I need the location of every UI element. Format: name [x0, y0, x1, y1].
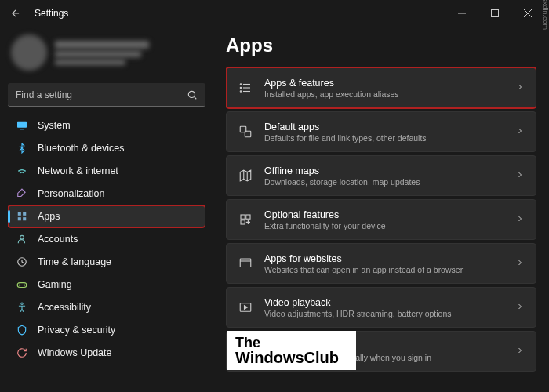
- search-box[interactable]: [8, 83, 205, 107]
- sidebar-item-label: Network & internet: [38, 165, 118, 176]
- svg-point-20: [240, 84, 242, 85]
- update-icon: [16, 347, 28, 359]
- watermark-overlay: The WindowsClub: [227, 331, 356, 370]
- settings-cards: Apps & features Installed apps, app exec…: [226, 67, 536, 372]
- card-subtitle: Video adjustments, HDR streaming, batter…: [264, 309, 504, 318]
- card-apps-for-websites[interactable]: Apps for websites Websites that can open…: [226, 243, 536, 284]
- card-text: Offline maps Downloads, storage location…: [264, 165, 504, 187]
- back-button[interactable]: [5, 2, 27, 24]
- titlebar: Settings: [0, 0, 549, 27]
- close-button[interactable]: [511, 2, 544, 24]
- window-controls: [445, 2, 544, 24]
- personalization-icon: [16, 187, 28, 200]
- card-apps-features[interactable]: Apps & features Installed apps, app exec…: [226, 67, 536, 108]
- sidebar-item-label: Time & language: [38, 256, 111, 267]
- sidebar-item-apps[interactable]: Apps: [8, 205, 205, 227]
- websites-icon: [238, 256, 253, 271]
- svg-rect-30: [241, 220, 245, 224]
- sidebar: System Bluetooth & devices Network & int…: [0, 27, 213, 392]
- user-profile[interactable]: [8, 31, 205, 78]
- svg-rect-10: [18, 217, 21, 220]
- svg-rect-6: [17, 122, 27, 128]
- card-subtitle: Defaults for file and link types, other …: [264, 133, 504, 143]
- chevron-right-icon: [515, 344, 525, 358]
- card-optional-features[interactable]: Optional features Extra functionality fo…: [226, 199, 536, 240]
- chevron-right-icon: [515, 169, 525, 183]
- sidebar-item-gaming[interactable]: Gaming: [8, 274, 205, 296]
- svg-point-12: [20, 235, 24, 239]
- watermark-line2: WindowsClub: [235, 350, 339, 365]
- sidebar-item-system[interactable]: System: [8, 114, 205, 136]
- sidebar-item-bluetooth[interactable]: Bluetooth & devices: [8, 137, 205, 159]
- svg-rect-9: [23, 212, 26, 216]
- sidebar-item-privacy[interactable]: Privacy & security: [8, 319, 205, 341]
- card-text: Default apps Defaults for file and link …: [264, 122, 504, 143]
- svg-rect-28: [241, 215, 245, 219]
- chevron-right-icon: [515, 212, 525, 227]
- sidebar-item-label: Personalization: [38, 188, 104, 199]
- nav-list: System Bluetooth & devices Network & int…: [8, 114, 205, 364]
- sidebar-item-network[interactable]: Network & internet: [8, 160, 205, 182]
- card-subtitle: Downloads, storage location, map updates: [264, 177, 504, 187]
- sidebar-item-label: Windows Update: [38, 347, 112, 358]
- chevron-right-icon: [515, 81, 525, 95]
- sidebar-item-label: System: [38, 120, 71, 131]
- list-icon: [238, 80, 253, 96]
- site-tag: wsxdin.com: [541, 0, 549, 30]
- card-text: Video playback Video adjustments, HDR st…: [264, 297, 504, 318]
- sidebar-item-label: Apps: [38, 211, 60, 222]
- user-name-redacted: [55, 41, 149, 49]
- system-icon: [16, 119, 28, 132]
- card-video-playback[interactable]: Video playback Video adjustments, HDR st…: [226, 287, 536, 328]
- maximize-button[interactable]: [478, 2, 511, 24]
- bluetooth-icon: [16, 142, 28, 154]
- card-title: Apps for websites: [264, 253, 504, 264]
- sidebar-item-label: Privacy & security: [38, 325, 115, 336]
- svg-rect-8: [18, 212, 21, 216]
- search-input[interactable]: [16, 89, 187, 100]
- apps-icon: [16, 210, 28, 223]
- page-title: Apps: [226, 34, 536, 56]
- sidebar-item-time-language[interactable]: Time & language: [8, 251, 205, 273]
- default-apps-icon: [238, 124, 253, 140]
- card-subtitle: Extra functionality for your device: [264, 221, 504, 230]
- time-language-icon: [16, 256, 28, 268]
- svg-point-4: [188, 91, 195, 97]
- card-offline-maps[interactable]: Offline maps Downloads, storage location…: [226, 155, 536, 196]
- svg-rect-31: [240, 259, 251, 267]
- sidebar-item-personalization[interactable]: Personalization: [8, 183, 205, 205]
- card-subtitle: Installed apps, app execution aliases: [264, 89, 504, 99]
- watermark-line1: The: [235, 336, 339, 350]
- user-extra-redacted: [55, 60, 125, 65]
- svg-point-15: [24, 285, 24, 285]
- card-default-apps[interactable]: Default apps Defaults for file and link …: [226, 111, 536, 152]
- sidebar-item-accounts[interactable]: Accounts: [8, 228, 205, 250]
- user-info: [55, 41, 149, 65]
- optional-icon: [238, 212, 253, 227]
- card-text: Apps & features Installed apps, app exec…: [264, 78, 504, 99]
- svg-point-21: [240, 87, 242, 89]
- svg-marker-25: [240, 170, 251, 181]
- minimize-button[interactable]: [445, 2, 478, 24]
- sidebar-item-label: Gaming: [38, 279, 72, 290]
- svg-point-22: [240, 91, 242, 93]
- chevron-right-icon: [515, 300, 525, 314]
- network-icon: [16, 165, 28, 177]
- video-icon: [238, 299, 253, 315]
- svg-marker-34: [245, 306, 248, 310]
- svg-line-5: [195, 96, 197, 99]
- card-title: Apps & features: [264, 78, 504, 89]
- accessibility-icon: [16, 301, 28, 314]
- sidebar-item-accessibility[interactable]: Accessibility: [8, 296, 205, 318]
- avatar: [11, 34, 47, 71]
- card-title: Video playback: [264, 297, 504, 308]
- map-icon: [238, 168, 253, 183]
- sidebar-item-label: Accessibility: [38, 302, 91, 313]
- card-title: Default apps: [264, 122, 504, 132]
- card-title: Optional features: [264, 209, 504, 220]
- svg-rect-7: [20, 129, 24, 129]
- app-title: Settings: [35, 8, 68, 19]
- card-text: Optional features Extra functionality fo…: [264, 209, 504, 230]
- search-icon: [187, 89, 198, 100]
- sidebar-item-windows-update[interactable]: Windows Update: [8, 342, 205, 364]
